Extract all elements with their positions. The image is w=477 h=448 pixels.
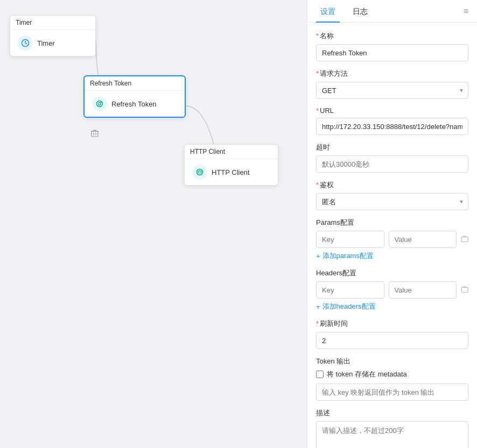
refresh-time-group: *刷新时间 — [316, 319, 468, 349]
timer-title: Timer — [16, 19, 32, 26]
svg-rect-7 — [461, 287, 468, 292]
refresh-time-label: *刷新时间 — [316, 319, 468, 329]
panel-content: *名称 *请求方法 GET POST PUT DELETE PATCH ▾ — [307, 23, 477, 448]
auth-select-wrapper: 匿名 Bearer Token Basic Auth ▾ — [316, 193, 468, 210]
tab-log[interactable]: 日志 — [348, 0, 372, 23]
right-panel: 设置 日志 ≡ *名称 *请求方法 GET POST PUT — [307, 0, 477, 448]
svg-point-2 — [97, 101, 103, 107]
url-group: *URL — [316, 106, 468, 135]
params-key-input[interactable] — [316, 231, 384, 248]
url-label: *URL — [316, 106, 468, 115]
timer-node-header: Timer — [10, 16, 95, 30]
desc-label: 描述 — [316, 408, 468, 418]
token-checkbox-row: 将 token 存储在 metadata — [316, 369, 468, 379]
http-client-node[interactable]: HTTP Client HTTP Client — [184, 144, 278, 186]
refresh-time-input[interactable] — [316, 332, 468, 349]
timeout-group: 超时 — [316, 143, 468, 173]
name-label: *名称 — [316, 31, 468, 41]
auth-label: *鉴权 — [316, 180, 468, 190]
refresh-token-label: Refresh Token — [111, 100, 157, 108]
canvas-area: Timer Timer Refresh Token — [0, 0, 307, 448]
http-client-label: HTTP Client — [212, 168, 250, 176]
timer-node[interactable]: Timer Timer — [10, 15, 96, 56]
add-params-button[interactable]: + 添加params配置 — [316, 251, 468, 261]
method-select[interactable]: GET POST PUT DELETE PATCH — [316, 82, 468, 99]
method-group: *请求方法 GET POST PUT DELETE PATCH ▾ — [316, 69, 468, 99]
refresh-token-node[interactable]: Refresh Token Refresh Token — [83, 75, 186, 118]
headers-group: Headers配置 + 添加headers配置 — [316, 268, 468, 311]
params-group: Params配置 + 添加params配置 — [316, 218, 468, 261]
token-checkbox-label: 将 token 存储在 metadata — [327, 369, 407, 379]
headers-row — [316, 281, 468, 298]
svg-rect-6 — [461, 237, 468, 241]
params-label: Params配置 — [316, 218, 468, 227]
params-value-input[interactable] — [389, 231, 457, 248]
url-input[interactable] — [316, 118, 468, 135]
headers-value-input[interactable] — [389, 281, 457, 298]
timer-icon — [18, 35, 33, 51]
token-key-input[interactable] — [316, 383, 468, 401]
token-checkbox[interactable] — [316, 371, 324, 378]
svg-point-4 — [197, 169, 203, 175]
refresh-token-icon — [92, 96, 107, 111]
timeout-input[interactable] — [316, 155, 468, 173]
refresh-token-node-header: Refresh Token — [85, 76, 185, 91]
name-group: *名称 — [316, 31, 468, 61]
headers-key-input[interactable] — [316, 281, 384, 298]
params-row — [316, 231, 468, 248]
svg-rect-5 — [198, 171, 201, 173]
desc-group: 描述 — [316, 408, 468, 448]
headers-delete-button[interactable] — [461, 286, 468, 295]
method-label: *请求方法 — [316, 69, 468, 79]
connector-svg — [0, 0, 307, 448]
tab-settings[interactable]: 设置 — [316, 0, 340, 23]
panel-tabs: 设置 日志 ≡ — [307, 0, 477, 23]
name-input[interactable] — [316, 44, 468, 61]
add-headers-button[interactable]: + 添加headers配置 — [316, 302, 468, 311]
timeout-label: 超时 — [316, 143, 468, 152]
http-client-icon — [192, 165, 207, 180]
auth-select[interactable]: 匿名 Bearer Token Basic Auth — [316, 193, 468, 210]
headers-label: Headers配置 — [316, 268, 468, 278]
method-select-wrapper: GET POST PUT DELETE PATCH ▾ — [316, 82, 468, 99]
token-output-group: Token 输出 将 token 存储在 metadata — [316, 357, 468, 401]
refresh-token-title: Refresh Token — [90, 80, 131, 87]
svg-rect-3 — [92, 131, 98, 137]
http-client-node-header: HTTP Client — [185, 145, 278, 159]
params-delete-button[interactable] — [461, 235, 468, 244]
delete-refresh-token-button[interactable] — [90, 129, 99, 139]
desc-textarea[interactable] — [316, 421, 468, 448]
auth-group: *鉴权 匿名 Bearer Token Basic Auth ▾ — [316, 180, 468, 210]
http-client-title: HTTP Client — [190, 148, 225, 155]
token-output-label: Token 输出 — [316, 357, 468, 366]
panel-menu-icon[interactable]: ≡ — [464, 6, 468, 16]
timer-label: Timer — [37, 39, 55, 47]
